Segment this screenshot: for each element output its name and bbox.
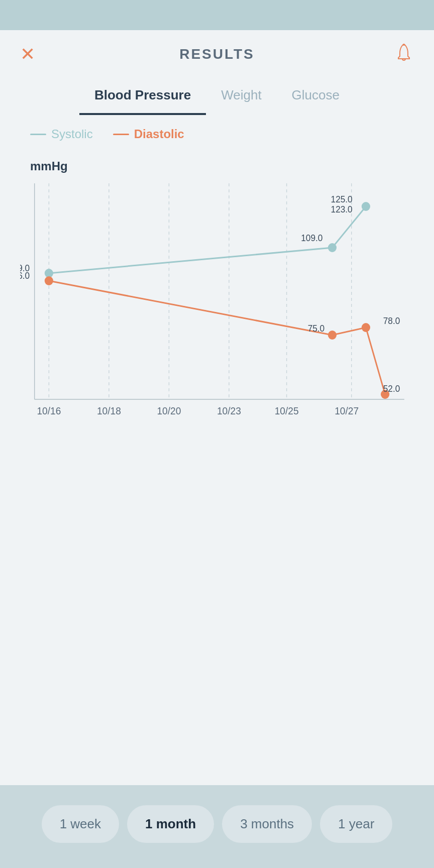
close-button[interactable]: ✕ <box>20 45 35 63</box>
btn-1week[interactable]: 1 week <box>42 805 119 843</box>
tabs-container: Blood Pressure Weight Glucose <box>0 66 434 115</box>
svg-point-15 <box>362 323 370 332</box>
y-axis-label: mmHg <box>20 159 414 178</box>
x-label-1018: 10/18 <box>97 405 121 416</box>
svg-point-12 <box>362 202 370 211</box>
sys-label-125: 125.0 <box>331 194 353 204</box>
svg-point-13 <box>45 276 53 285</box>
status-bar <box>0 0 434 30</box>
diastolic-line-icon <box>113 134 129 135</box>
sys-label-123: 123.0 <box>331 204 353 214</box>
bell-icon[interactable] <box>394 42 414 66</box>
header: ✕ RESULTS <box>0 30 434 66</box>
chart-area: mmHg <box>0 149 434 785</box>
bottom-bar: 1 week 1 month 3 months 1 year <box>0 785 434 868</box>
sys-label-109: 109.0 <box>301 233 322 243</box>
svg-point-0 <box>403 44 405 46</box>
tab-blood-pressure[interactable]: Blood Pressure <box>79 81 206 115</box>
dia-label-78: 78.0 <box>383 316 400 326</box>
x-label-1023: 10/23 <box>217 405 241 416</box>
legend-systolic: Systolic <box>30 127 93 141</box>
svg-rect-1 <box>20 178 414 419</box>
btn-1month[interactable]: 1 month <box>127 805 214 843</box>
x-label-1020: 10/20 <box>157 405 181 416</box>
dia-label-75: 75.0 <box>308 323 325 334</box>
header-title: RESULTS <box>179 46 255 62</box>
x-label-1016: 10/16 <box>37 405 61 416</box>
systolic-label: Systolic <box>51 127 93 141</box>
svg-point-14 <box>328 331 337 340</box>
svg-point-11 <box>328 243 337 252</box>
chart-svg: 99.0 109.0 125.0 123.0 96.0 75.0 78.0 52… <box>20 178 414 440</box>
legend-container: Systolic Diastolic <box>0 115 434 149</box>
x-label-1025: 10/25 <box>275 405 299 416</box>
x-label-1027: 10/27 <box>335 405 359 416</box>
btn-1year[interactable]: 1 year <box>320 805 392 843</box>
systolic-line-icon <box>30 134 46 135</box>
dia-label-52: 52.0 <box>383 384 400 394</box>
legend-diastolic: Diastolic <box>113 127 184 141</box>
dia-label-96: 96.0 <box>20 271 30 281</box>
tab-weight[interactable]: Weight <box>206 81 276 115</box>
tab-glucose[interactable]: Glucose <box>277 81 355 115</box>
btn-3months[interactable]: 3 months <box>222 805 312 843</box>
diastolic-label: Diastolic <box>134 127 184 141</box>
chart-wrapper: 99.0 109.0 125.0 123.0 96.0 75.0 78.0 52… <box>20 178 414 440</box>
